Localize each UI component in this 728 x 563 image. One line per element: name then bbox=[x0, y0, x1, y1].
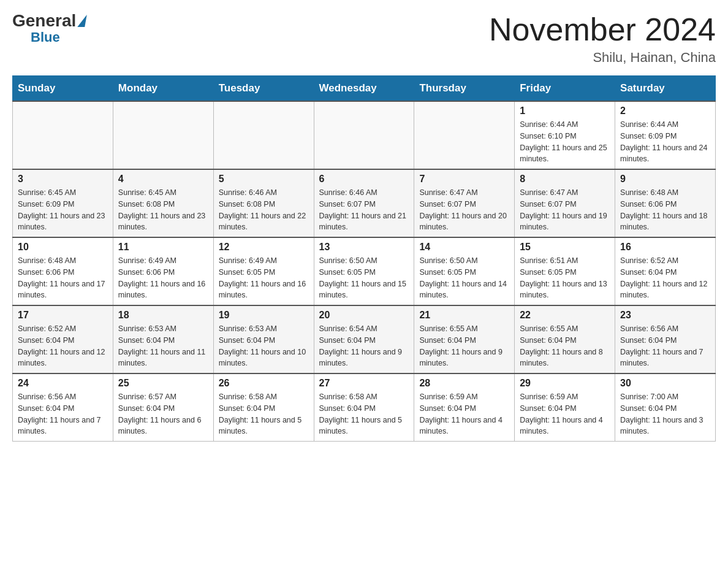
calendar-cell: 3 Sunrise: 6:45 AMSunset: 6:09 PMDayligh… bbox=[13, 169, 113, 237]
calendar-cell: 18 Sunrise: 6:53 AMSunset: 6:04 PMDaylig… bbox=[113, 305, 213, 373]
day-number: 7 bbox=[419, 174, 509, 185]
day-info: Sunrise: 6:47 AMSunset: 6:07 PMDaylight:… bbox=[520, 187, 610, 233]
calendar-cell: 24 Sunrise: 6:56 AMSunset: 6:04 PMDaylig… bbox=[13, 373, 113, 442]
day-info: Sunrise: 6:52 AMSunset: 6:04 PMDaylight:… bbox=[620, 255, 710, 301]
calendar-cell: 1 Sunrise: 6:44 AMSunset: 6:10 PMDayligh… bbox=[515, 101, 615, 169]
calendar-cell: 26 Sunrise: 6:58 AMSunset: 6:04 PMDaylig… bbox=[213, 373, 314, 442]
day-number: 20 bbox=[319, 310, 409, 321]
day-info: Sunrise: 6:47 AMSunset: 6:07 PMDaylight:… bbox=[419, 187, 509, 233]
calendar-cell: 6 Sunrise: 6:46 AMSunset: 6:07 PMDayligh… bbox=[314, 169, 414, 237]
calendar-header-row: SundayMondayTuesdayWednesdayThursdayFrid… bbox=[13, 76, 716, 102]
day-number: 4 bbox=[118, 174, 208, 185]
calendar-cell: 9 Sunrise: 6:48 AMSunset: 6:06 PMDayligh… bbox=[615, 169, 716, 237]
day-info: Sunrise: 6:53 AMSunset: 6:04 PMDaylight:… bbox=[118, 323, 208, 369]
calendar-cell: 28 Sunrise: 6:59 AMSunset: 6:04 PMDaylig… bbox=[414, 373, 515, 442]
day-info: Sunrise: 6:45 AMSunset: 6:08 PMDaylight:… bbox=[118, 187, 208, 233]
calendar-cell: 19 Sunrise: 6:53 AMSunset: 6:04 PMDaylig… bbox=[213, 305, 314, 373]
calendar-cell: 23 Sunrise: 6:56 AMSunset: 6:04 PMDaylig… bbox=[615, 305, 716, 373]
day-info: Sunrise: 6:50 AMSunset: 6:05 PMDaylight:… bbox=[319, 255, 409, 301]
day-info: Sunrise: 6:58 AMSunset: 6:04 PMDaylight:… bbox=[219, 391, 309, 437]
calendar-cell: 16 Sunrise: 6:52 AMSunset: 6:04 PMDaylig… bbox=[615, 237, 716, 305]
day-number: 25 bbox=[118, 378, 208, 389]
day-info: Sunrise: 6:56 AMSunset: 6:04 PMDaylight:… bbox=[620, 323, 710, 369]
calendar-cell: 4 Sunrise: 6:45 AMSunset: 6:08 PMDayligh… bbox=[113, 169, 213, 237]
day-info: Sunrise: 6:58 AMSunset: 6:04 PMDaylight:… bbox=[319, 391, 409, 437]
day-number: 16 bbox=[620, 242, 710, 253]
day-info: Sunrise: 6:55 AMSunset: 6:04 PMDaylight:… bbox=[419, 323, 509, 369]
day-info: Sunrise: 7:00 AMSunset: 6:04 PMDaylight:… bbox=[620, 391, 710, 437]
day-number: 19 bbox=[219, 310, 309, 321]
day-number: 30 bbox=[620, 378, 710, 389]
logo: General Blue bbox=[12, 12, 86, 45]
calendar-week-row: 10 Sunrise: 6:48 AMSunset: 6:06 PMDaylig… bbox=[13, 237, 716, 305]
day-info: Sunrise: 6:49 AMSunset: 6:06 PMDaylight:… bbox=[118, 255, 208, 301]
day-info: Sunrise: 6:55 AMSunset: 6:04 PMDaylight:… bbox=[520, 323, 610, 369]
day-number: 8 bbox=[520, 174, 610, 185]
calendar-cell bbox=[13, 101, 113, 169]
day-of-week-header: Monday bbox=[113, 76, 213, 102]
calendar-cell: 30 Sunrise: 7:00 AMSunset: 6:04 PMDaylig… bbox=[615, 373, 716, 442]
calendar-cell: 29 Sunrise: 6:59 AMSunset: 6:04 PMDaylig… bbox=[515, 373, 615, 442]
day-of-week-header: Saturday bbox=[615, 76, 716, 102]
day-info: Sunrise: 6:59 AMSunset: 6:04 PMDaylight:… bbox=[520, 391, 610, 437]
calendar-cell: 14 Sunrise: 6:50 AMSunset: 6:05 PMDaylig… bbox=[414, 237, 515, 305]
day-info: Sunrise: 6:50 AMSunset: 6:05 PMDaylight:… bbox=[419, 255, 509, 301]
logo-blue-text: Blue bbox=[31, 29, 60, 45]
calendar-cell: 5 Sunrise: 6:46 AMSunset: 6:08 PMDayligh… bbox=[213, 169, 314, 237]
day-number: 11 bbox=[118, 242, 208, 253]
calendar-cell: 13 Sunrise: 6:50 AMSunset: 6:05 PMDaylig… bbox=[314, 237, 414, 305]
day-info: Sunrise: 6:44 AMSunset: 6:09 PMDaylight:… bbox=[620, 119, 710, 165]
day-info: Sunrise: 6:46 AMSunset: 6:08 PMDaylight:… bbox=[219, 187, 309, 233]
calendar-week-row: 24 Sunrise: 6:56 AMSunset: 6:04 PMDaylig… bbox=[13, 373, 716, 442]
calendar-cell bbox=[414, 101, 515, 169]
calendar-week-row: 3 Sunrise: 6:45 AMSunset: 6:09 PMDayligh… bbox=[13, 169, 716, 237]
day-number: 22 bbox=[520, 310, 610, 321]
day-info: Sunrise: 6:46 AMSunset: 6:07 PMDaylight:… bbox=[319, 187, 409, 233]
day-number: 26 bbox=[219, 378, 309, 389]
day-number: 18 bbox=[118, 310, 208, 321]
day-number: 1 bbox=[520, 105, 610, 117]
calendar-cell: 2 Sunrise: 6:44 AMSunset: 6:09 PMDayligh… bbox=[615, 101, 716, 169]
calendar-cell bbox=[314, 101, 414, 169]
location-title: Shilu, Hainan, China bbox=[489, 50, 716, 66]
day-info: Sunrise: 6:48 AMSunset: 6:06 PMDaylight:… bbox=[18, 255, 108, 301]
calendar-cell: 17 Sunrise: 6:52 AMSunset: 6:04 PMDaylig… bbox=[13, 305, 113, 373]
calendar-cell: 11 Sunrise: 6:49 AMSunset: 6:06 PMDaylig… bbox=[113, 237, 213, 305]
calendar-table: SundayMondayTuesdayWednesdayThursdayFrid… bbox=[12, 75, 716, 442]
calendar-week-row: 1 Sunrise: 6:44 AMSunset: 6:10 PMDayligh… bbox=[13, 101, 716, 169]
day-of-week-header: Thursday bbox=[414, 76, 515, 102]
day-number: 13 bbox=[319, 242, 409, 253]
calendar-cell bbox=[213, 101, 314, 169]
day-number: 24 bbox=[18, 378, 108, 389]
day-number: 21 bbox=[419, 310, 509, 321]
calendar-week-row: 17 Sunrise: 6:52 AMSunset: 6:04 PMDaylig… bbox=[13, 305, 716, 373]
day-info: Sunrise: 6:48 AMSunset: 6:06 PMDaylight:… bbox=[620, 187, 710, 233]
day-number: 28 bbox=[419, 378, 509, 389]
calendar-cell: 15 Sunrise: 6:51 AMSunset: 6:05 PMDaylig… bbox=[515, 237, 615, 305]
calendar-cell: 7 Sunrise: 6:47 AMSunset: 6:07 PMDayligh… bbox=[414, 169, 515, 237]
day-info: Sunrise: 6:49 AMSunset: 6:05 PMDaylight:… bbox=[219, 255, 309, 301]
day-info: Sunrise: 6:44 AMSunset: 6:10 PMDaylight:… bbox=[520, 119, 610, 165]
calendar-cell: 27 Sunrise: 6:58 AMSunset: 6:04 PMDaylig… bbox=[314, 373, 414, 442]
day-number: 14 bbox=[419, 242, 509, 253]
day-of-week-header: Tuesday bbox=[213, 76, 314, 102]
day-info: Sunrise: 6:59 AMSunset: 6:04 PMDaylight:… bbox=[419, 391, 509, 437]
day-number: 10 bbox=[18, 242, 108, 253]
calendar-cell: 22 Sunrise: 6:55 AMSunset: 6:04 PMDaylig… bbox=[515, 305, 615, 373]
day-of-week-header: Sunday bbox=[13, 76, 113, 102]
calendar-cell: 8 Sunrise: 6:47 AMSunset: 6:07 PMDayligh… bbox=[515, 169, 615, 237]
calendar-cell: 25 Sunrise: 6:57 AMSunset: 6:04 PMDaylig… bbox=[113, 373, 213, 442]
calendar-cell bbox=[113, 101, 213, 169]
day-number: 9 bbox=[620, 174, 710, 185]
day-of-week-header: Wednesday bbox=[314, 76, 414, 102]
month-title: November 2024 bbox=[489, 12, 716, 47]
day-info: Sunrise: 6:53 AMSunset: 6:04 PMDaylight:… bbox=[219, 323, 309, 369]
title-area: November 2024 Shilu, Hainan, China bbox=[489, 12, 716, 66]
day-info: Sunrise: 6:57 AMSunset: 6:04 PMDaylight:… bbox=[118, 391, 208, 437]
day-number: 12 bbox=[219, 242, 309, 253]
day-info: Sunrise: 6:56 AMSunset: 6:04 PMDaylight:… bbox=[18, 391, 108, 437]
calendar-cell: 12 Sunrise: 6:49 AMSunset: 6:05 PMDaylig… bbox=[213, 237, 314, 305]
logo-general-text: General bbox=[12, 12, 76, 29]
day-number: 17 bbox=[18, 310, 108, 321]
calendar-cell: 10 Sunrise: 6:48 AMSunset: 6:06 PMDaylig… bbox=[13, 237, 113, 305]
